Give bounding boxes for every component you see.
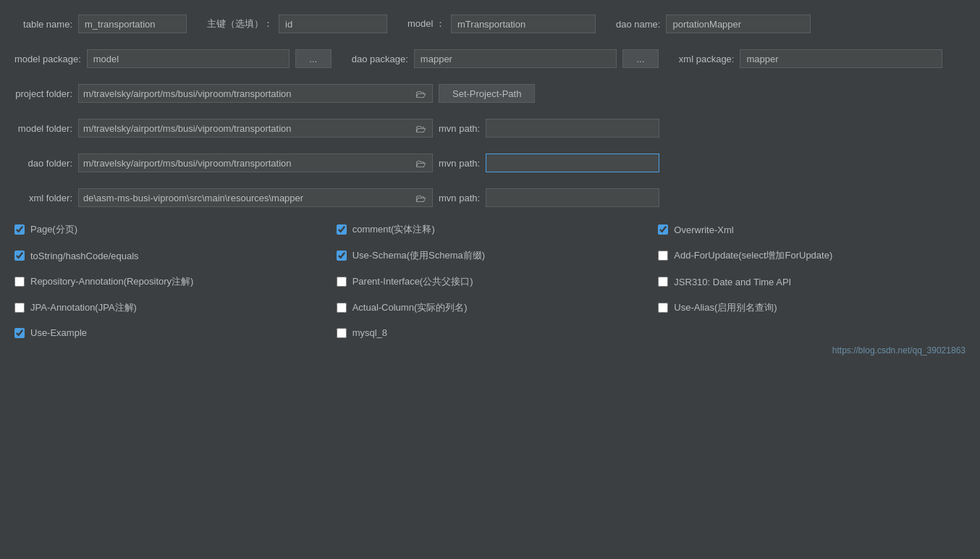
xml-folder-value: de\asm-ms-busi-viproom\src\main\resource… (83, 193, 414, 203)
model-folder-container: m/travelsky/airport/ms/busi/viproom/tran… (78, 119, 433, 138)
model-pkg-browse-button[interactable]: ... (295, 49, 331, 68)
checkbox-cb2[interactable] (337, 224, 347, 235)
project-folder-container: m/travelsky/airport/ms/busi/viproom/tran… (78, 84, 433, 103)
table-name-input[interactable] (78, 14, 187, 33)
row-model-folder: model folder: m/travelsky/airport/ms/bus… (14, 119, 966, 138)
dao-folder-browse-button[interactable]: 🗁 (414, 158, 428, 169)
table-name-label: table name: (14, 19, 72, 30)
checkbox-label-cb5: Use-Schema(使用Schema前缀) (352, 249, 486, 262)
checkbox-label-cb9: JSR310: Date and Time API (674, 277, 791, 287)
checkbox-cb1[interactable] (14, 224, 25, 235)
xml-mvn-path-input[interactable] (486, 188, 659, 207)
checkbox-label-cb8: Parent-Interface(公共父接口) (352, 275, 473, 288)
checkbox-cb13[interactable] (14, 328, 25, 338)
checkbox-item-cb3: Overwrite-Xml (658, 223, 966, 236)
set-project-path-button[interactable]: Set-Project-Path (439, 84, 535, 103)
checkbox-item-cb13: Use-Example (14, 327, 322, 338)
checkbox-item-cb10: JPA-Annotation(JPA注解) (14, 301, 322, 314)
dao-folder-label: dao folder: (14, 158, 72, 169)
dao-pkg-input[interactable] (414, 49, 617, 68)
options-grid: Page(分页)comment(实体注释)Overwrite-XmltoStri… (14, 223, 966, 338)
model-input[interactable] (451, 14, 596, 33)
checkbox-label-cb2: comment(实体注释) (352, 223, 435, 236)
checkbox-cb4[interactable] (14, 251, 25, 261)
dao-name-input[interactable] (666, 14, 811, 33)
model-pkg-label: model package: (14, 54, 81, 64)
dao-pkg-label: dao package: (352, 54, 408, 64)
checkbox-cb9[interactable] (658, 277, 668, 287)
checkbox-item-cb14: mysql_8 (337, 327, 644, 338)
checkbox-label-cb10: JPA-Annotation(JPA注解) (30, 301, 137, 314)
checkbox-cb11[interactable] (337, 303, 347, 313)
footer-url: https://blog.csdn.net/qq_39021863 (14, 345, 966, 356)
checkbox-item-cb1: Page(分页) (14, 223, 322, 236)
pk-input[interactable] (279, 14, 387, 33)
checkbox-label-cb13: Use-Example (30, 327, 87, 338)
checkbox-cb14[interactable] (337, 328, 347, 338)
checkbox-cb6[interactable] (658, 251, 668, 261)
checkbox-item-cb6: Add-ForUpdate(select增加ForUpdate) (658, 249, 966, 262)
dao-pkg-browse-button[interactable]: ... (622, 49, 659, 68)
checkbox-cb3[interactable] (658, 224, 668, 235)
checkbox-label-cb6: Add-ForUpdate(select增加ForUpdate) (674, 249, 832, 262)
checkbox-cb5[interactable] (337, 251, 347, 261)
project-folder-browse-button[interactable]: 🗁 (414, 88, 428, 99)
xml-folder-browse-button[interactable]: 🗁 (414, 193, 428, 203)
checkbox-item-cb4: toString/hashCode/equals (14, 249, 322, 262)
checkbox-label-cb7: Repository-Annotation(Repository注解) (30, 275, 193, 288)
row-table-info: table name: 主键（选填）： model ： dao name: (14, 14, 966, 33)
checkbox-item-cb8: Parent-Interface(公共父接口) (337, 275, 644, 288)
row-packages: model package: ... dao package: ... xml … (14, 49, 966, 68)
checkbox-item-cb12: Use-Alias(启用别名查询) (658, 301, 966, 314)
model-folder-browse-button[interactable]: 🗁 (414, 123, 428, 134)
xml-folder-label: xml folder: (14, 193, 72, 203)
model-folder-label: model folder: (14, 123, 72, 134)
dao-folder-value: m/travelsky/airport/ms/busi/viproom/tran… (83, 158, 414, 169)
row-dao-folder: dao folder: m/travelsky/airport/ms/busi/… (14, 154, 966, 172)
project-folder-label: project folder: (14, 88, 72, 99)
checkbox-label-cb4: toString/hashCode/equals (30, 251, 139, 261)
xml-mvn-path-label: mvn path: (439, 193, 480, 203)
model-label: model ： (407, 17, 445, 30)
project-folder-value: m/travelsky/airport/ms/busi/viproom/tran… (83, 88, 414, 99)
xml-folder-container: de\asm-ms-busi-viproom\src\main\resource… (78, 188, 433, 207)
dao-name-label: dao name: (616, 19, 660, 30)
checkbox-label-cb3: Overwrite-Xml (674, 224, 733, 235)
checkbox-label-cb14: mysql_8 (352, 327, 387, 338)
model-folder-value: m/travelsky/airport/ms/busi/viproom/tran… (83, 123, 414, 134)
row-xml-folder: xml folder: de\asm-ms-busi-viproom\src\m… (14, 188, 966, 207)
checkbox-item-cb9: JSR310: Date and Time API (658, 275, 966, 288)
checkbox-label-cb12: Use-Alias(启用别名查询) (674, 301, 777, 314)
checkbox-cb10[interactable] (14, 303, 25, 313)
checkbox-item-cb7: Repository-Annotation(Repository注解) (14, 275, 322, 288)
checkbox-label-cb11: Actual-Column(实际的列名) (352, 301, 468, 314)
checkbox-label-cb1: Page(分页) (30, 223, 77, 236)
dao-mvn-path-label: mvn path: (439, 158, 480, 169)
checkbox-cb8[interactable] (337, 277, 347, 287)
checkbox-cb7[interactable] (14, 277, 25, 287)
checkbox-item-cb2: comment(实体注释) (337, 223, 644, 236)
row-project-folder: project folder: m/travelsky/airport/ms/b… (14, 84, 966, 103)
xml-pkg-label: xml package: (679, 54, 735, 64)
model-pkg-input[interactable] (87, 49, 290, 68)
checkbox-cb12[interactable] (658, 303, 668, 313)
model-mvn-path-input[interactable] (486, 119, 659, 138)
model-mvn-path-label: mvn path: (439, 123, 480, 134)
dao-folder-container: m/travelsky/airport/ms/busi/viproom/tran… (78, 154, 433, 172)
checkbox-item-cb11: Actual-Column(实际的列名) (337, 301, 644, 314)
xml-pkg-input[interactable] (740, 49, 942, 68)
checkbox-item-cb5: Use-Schema(使用Schema前缀) (337, 249, 644, 262)
pk-label: 主键（选填）： (207, 17, 273, 30)
dao-mvn-path-input[interactable] (486, 154, 659, 172)
